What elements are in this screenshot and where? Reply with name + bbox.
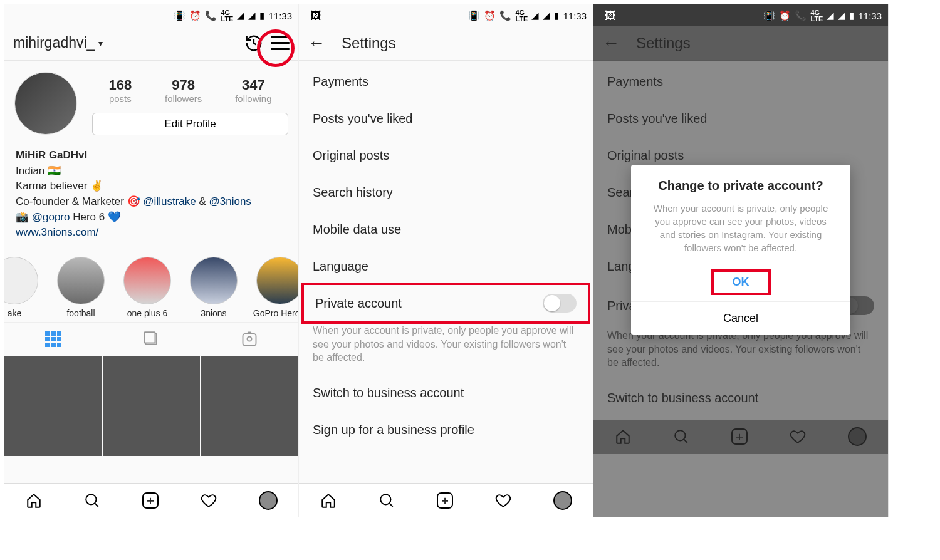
nav-add-post-icon[interactable]: ＋ [437, 492, 453, 509]
svg-line-5 [95, 503, 98, 506]
confirm-dialog: Change to private account? When your acc… [631, 165, 850, 335]
svg-point-4 [86, 494, 96, 504]
private-account-description: When your account is private, only peopl… [299, 321, 593, 375]
signal-icon: ◢ [827, 10, 834, 21]
settings-item-original-posts[interactable]: Original posts [299, 137, 593, 174]
chevron-down-icon[interactable]: ▾ [98, 38, 103, 48]
annotation-circle [257, 29, 295, 67]
nav-home-icon[interactable] [26, 492, 42, 509]
stat-followers[interactable]: 978followers [165, 77, 202, 104]
private-account-label: Private account [315, 296, 402, 311]
phone-icon: 📞 [499, 10, 511, 21]
profile-tabs [4, 322, 298, 356]
profile-bio: MiHiR GaDHvI Indian 🇮🇳 Karma believer ✌️… [4, 142, 298, 244]
signal-icon: ◢ [248, 10, 256, 21]
vibrate-icon: 📳 [174, 10, 185, 21]
profile-header: mihirgadhvi_ ▾ [4, 26, 298, 61]
alarm-icon: ⏰ [484, 10, 496, 21]
dialog-ok-button[interactable]: OK [733, 276, 749, 288]
battery-icon: ▮ [554, 10, 559, 21]
profile-screen: 📳 ⏰ 📞 4GLTE ◢ ◢ ▮ 11:33 mihirgadhvi_ ▾ [4, 4, 299, 517]
settings-list: Payments Posts you've liked Original pos… [299, 61, 593, 483]
tab-tagged-icon[interactable] [201, 323, 298, 356]
phone-icon: 📞 [795, 10, 807, 21]
settings-item-switch-business[interactable]: Switch to business account [299, 375, 593, 412]
posts-grid [4, 356, 298, 456]
nav-search-icon[interactable] [84, 492, 100, 509]
status-time: 11:33 [858, 11, 882, 21]
svg-point-6 [380, 494, 390, 504]
post-thumbnail[interactable] [103, 356, 200, 456]
mention-link[interactable]: @gopro [32, 211, 70, 223]
settings-item-search-history[interactable]: Search history [299, 174, 593, 211]
bottom-nav: ＋ [4, 483, 298, 517]
nav-profile-icon[interactable] [553, 491, 572, 510]
dialog-body: When your account is private, only peopl… [631, 202, 850, 269]
mention-link[interactable]: @3nions [209, 195, 251, 207]
alarm-icon: ⏰ [189, 10, 201, 21]
signal-icon: ◢ [237, 10, 244, 21]
phone-icon: 📞 [205, 10, 217, 21]
nav-activity-icon[interactable] [495, 492, 511, 509]
svg-rect-1 [145, 333, 155, 343]
signal-icon: ◢ [531, 10, 539, 21]
android-status-bar: 🖼 📳 ⏰ 📞 4GLTE ◢ ◢ ▮ 11:33 [299, 4, 593, 26]
private-account-toggle[interactable] [543, 294, 577, 313]
stat-following[interactable]: 347following [235, 77, 271, 104]
mention-link[interactable]: @illustrake [143, 195, 196, 207]
nav-profile-icon[interactable] [259, 491, 278, 510]
highlight-item[interactable]: 3nions [185, 257, 243, 318]
vibrate-icon: 📳 [468, 10, 480, 21]
highlight-item[interactable]: one plus 6 [118, 257, 176, 318]
battery-icon: ▮ [849, 10, 854, 21]
tab-feed-icon[interactable] [102, 323, 200, 356]
profile-avatar[interactable] [14, 72, 77, 135]
image-icon: 🖼 [605, 9, 616, 23]
settings-item-payments[interactable]: Payments [299, 63, 593, 100]
settings-item-posts-liked[interactable]: Posts you've liked [299, 100, 593, 137]
username-dropdown[interactable]: mihirgadhvi_ [13, 34, 95, 51]
edit-profile-button[interactable]: Edit Profile [92, 113, 288, 135]
signal-icon: ◢ [838, 10, 845, 21]
vibrate-icon: 📳 [763, 10, 775, 21]
bottom-nav: ＋ [299, 483, 593, 517]
story-highlights: ake football one plus 6 3nions GoPro Her… [4, 244, 298, 322]
nav-search-icon[interactable] [379, 492, 395, 509]
image-icon: 🖼 [310, 9, 321, 23]
settings-item-private-account[interactable]: Private account [301, 283, 590, 324]
confirm-dialog-screen: 🖼 📳 ⏰ 📞 4GLTE ◢ ◢ ▮ 11:33 ← Settings Pay… [593, 4, 888, 517]
settings-item-language[interactable]: Language [299, 248, 593, 285]
nav-activity-icon[interactable] [201, 492, 217, 509]
svg-line-7 [389, 503, 392, 506]
page-title: Settings [342, 34, 396, 52]
dialog-title: Change to private account? [631, 179, 850, 202]
settings-item-signup-business[interactable]: Sign up for a business profile [299, 412, 593, 449]
svg-rect-2 [243, 334, 256, 346]
post-thumbnail[interactable] [201, 356, 298, 456]
status-time: 11:33 [268, 11, 292, 21]
highlight-item[interactable]: GoPro Hero 6 [251, 257, 298, 318]
android-status-bar: 🖼 📳 ⏰ 📞 4GLTE ◢ ◢ ▮ 11:33 [593, 4, 888, 26]
battery-icon: ▮ [259, 10, 264, 21]
settings-header: ← Settings [299, 26, 593, 61]
alarm-icon: ⏰ [779, 10, 791, 21]
annotation-box: OK [711, 269, 771, 295]
nav-home-icon[interactable] [320, 492, 337, 509]
android-status-bar: 📳 ⏰ 📞 4GLTE ◢ ◢ ▮ 11:33 [4, 4, 298, 26]
tab-grid[interactable] [4, 323, 102, 356]
back-arrow-icon[interactable]: ← [308, 33, 330, 53]
post-thumbnail[interactable] [4, 356, 102, 456]
settings-screen: 🖼 📳 ⏰ 📞 4GLTE ◢ ◢ ▮ 11:33 ← Settings Pay… [299, 4, 593, 517]
highlight-item[interactable]: football [52, 257, 110, 318]
profile-website-link[interactable]: www.3nions.com/ [16, 225, 287, 241]
settings-item-mobile-data[interactable]: Mobile data use [299, 211, 593, 248]
stat-posts[interactable]: 168posts [108, 77, 132, 104]
status-time: 11:33 [563, 11, 587, 21]
svg-point-3 [247, 337, 251, 341]
nav-add-post-icon[interactable]: ＋ [142, 492, 159, 509]
dialog-cancel-button[interactable]: Cancel [631, 301, 850, 335]
signal-icon: ◢ [543, 10, 550, 21]
highlight-item[interactable]: ake [4, 257, 43, 318]
